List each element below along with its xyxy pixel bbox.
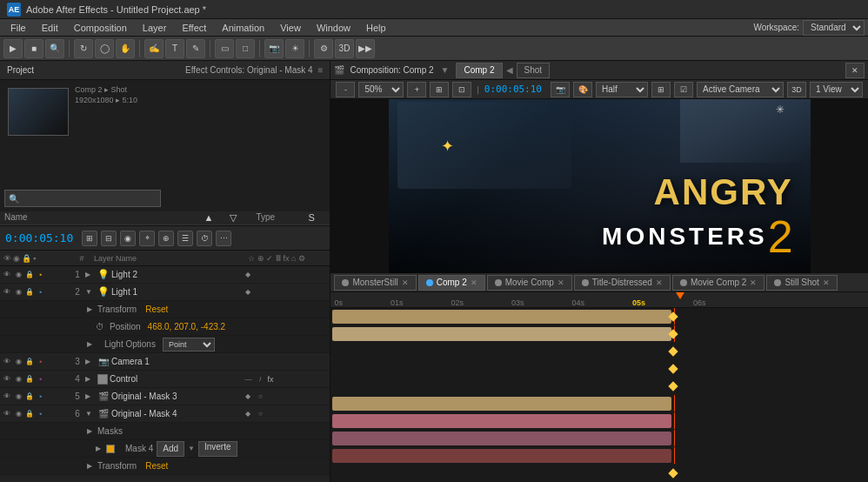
light-options-expand[interactable]: ▶ [87, 340, 92, 348]
effect-controls-tab[interactable]: Effect Controls: Original - Mask 4 [185, 65, 313, 75]
3d-view-btn[interactable]: 3D [787, 82, 806, 97]
comp-image[interactable]: ✦ ✳ ANGRY MONSTERS 2 [389, 99, 811, 273]
tl-comment-btn[interactable]: ☰ [177, 231, 193, 246]
transform-reset[interactable]: Reset [145, 305, 168, 314]
lock-sw-4[interactable]: 🔒 [24, 374, 35, 385]
solo-sw-3[interactable]: ◉ [13, 357, 23, 367]
solo-sw-6[interactable]: ◉ [13, 409, 23, 419]
label-sw-5[interactable]: ▪ [36, 392, 46, 402]
tl-tab-moviecomp2[interactable]: Movie Comp 2 ✕ [672, 275, 765, 291]
light-options-type[interactable]: Point Spot Ambient [163, 338, 215, 351]
eye-sw-3[interactable]: 👁 [2, 357, 12, 367]
layer-3-expand[interactable]: ▶ [85, 358, 96, 365]
quality-select[interactable]: Half Full Quarter [596, 82, 648, 97]
mask-invert-btn[interactable]: Inverte [198, 441, 237, 457]
add-dropdown[interactable]: ▼ [188, 445, 195, 452]
mask-add-btn[interactable]: Add [157, 441, 184, 457]
project-tab-label[interactable]: Project [7, 65, 34, 75]
menu-effect[interactable]: Effect [175, 21, 213, 35]
toolbar-select-btn[interactable]: ▶ [3, 39, 23, 58]
layer-row-5[interactable]: 👁 ◉ 🔒 ▪ 5 ▶ 🎬 Original - Mask 3 ◆ ○ [0, 388, 330, 405]
eye-sw-6[interactable]: 👁 [2, 409, 12, 419]
lock-sw-5[interactable]: 🔒 [24, 392, 35, 402]
eye-sw-4[interactable]: 👁 [2, 374, 12, 385]
layer-row-3[interactable]: 👁 ◉ 🔒 ▪ 3 ▶ 📷 Camera 1 [0, 353, 330, 371]
toolbar-mask-btn[interactable]: □ [236, 39, 255, 58]
tl-duration-btn[interactable]: ⏱ [197, 231, 212, 246]
lc-5-1[interactable]: ◆ [243, 392, 253, 402]
menu-layer[interactable]: Layer [136, 21, 174, 35]
toolbar-zoom-btn[interactable]: 🔍 [45, 39, 64, 58]
menu-file[interactable]: File [3, 21, 33, 35]
keyframe-mask1[interactable] [669, 468, 678, 478]
lc-5-2[interactable]: ○ [255, 392, 265, 402]
label-sw-4[interactable]: ▪ [36, 374, 46, 385]
label-sw-3[interactable]: ▪ [36, 357, 46, 367]
label-sw-6[interactable]: ▪ [36, 409, 46, 419]
toolbar-3d-btn[interactable]: 3D [335, 39, 354, 58]
tab-close-6[interactable]: ✕ [823, 278, 830, 287]
tab-close-5[interactable]: ✕ [750, 278, 757, 287]
lock-sw-6[interactable]: 🔒 [24, 409, 35, 419]
solo-sw-5[interactable]: ◉ [13, 392, 23, 402]
layer-6-expand[interactable]: ▼ [85, 410, 96, 418]
layer-row-1[interactable]: 👁 ◉ 🔒 ▪ 1 ▶ 💡 Light 2 ◆ [0, 266, 330, 284]
position-value[interactable]: 468.0, 207.0, -423.2 [141, 322, 226, 331]
solo-sw-1[interactable]: ◉ [13, 270, 23, 280]
toolbar-snap-btn[interactable]: ⚙ [314, 39, 333, 58]
toggle-transparency-btn[interactable]: ☑ [674, 82, 693, 97]
eye-sw-1[interactable]: 👁 [2, 270, 12, 280]
layer-row-4[interactable]: 👁 ◉ 🔒 ▪ 4 ▶ Control — / fx [0, 371, 330, 388]
keyframe-sub1[interactable] [669, 346, 678, 356]
lc-1-1[interactable]: ◆ [243, 270, 253, 280]
menu-animation[interactable]: Animation [215, 21, 271, 35]
lock-sw-2[interactable]: 🔒 [24, 287, 35, 298]
comp-tab-comp2[interactable]: Comp 2 [456, 63, 502, 78]
zoom-out-btn[interactable]: - [336, 82, 355, 97]
tab-close-4[interactable]: ✕ [656, 278, 663, 287]
layer-2-expand[interactable]: ▼ [85, 288, 96, 296]
toolbar-move-btn[interactable]: ■ [24, 39, 43, 58]
tl-tab-stillshot[interactable]: Still Shot ✕ [766, 275, 837, 291]
layer-1-expand[interactable]: ▶ [85, 271, 96, 278]
menu-help[interactable]: Help [359, 21, 393, 35]
lock-sw-1[interactable]: 🔒 [24, 270, 35, 280]
keyframe-sub3[interactable] [669, 381, 678, 391]
toolbar-camera-btn[interactable]: 📷 [264, 39, 284, 58]
workspace-select[interactable]: Standard [803, 20, 865, 36]
toolbar-shape-btn[interactable]: ▭ [215, 39, 234, 58]
lock-sw-3[interactable]: 🔒 [24, 357, 35, 367]
snapshot-btn[interactable]: 📷 [551, 82, 570, 97]
camera-select[interactable]: Active Camera Camera 1 [697, 82, 784, 97]
zoom-select[interactable]: 50% 100% 25% [358, 82, 404, 97]
lc-4-1[interactable]: — [243, 374, 253, 385]
menu-edit[interactable]: Edit [35, 21, 65, 35]
label-sw-1[interactable]: ▪ [36, 270, 46, 280]
tab-close-2[interactable]: ✕ [471, 278, 477, 287]
color-btn[interactable]: 🎨 [573, 82, 592, 97]
toolbar-preview-btn[interactable]: ▶▶ [356, 39, 375, 58]
fit-btn[interactable]: ⊞ [430, 82, 449, 97]
tl-expand-all-btn[interactable]: ⊞ [82, 231, 97, 246]
lc-6-2[interactable]: ○ [255, 409, 265, 419]
layer-row-6[interactable]: 👁 ◉ 🔒 ▪ 6 ▼ 🎬 Original - Mask 4 ◆ ○ [0, 405, 330, 423]
tl-lock-btn[interactable]: ⊕ [158, 231, 174, 246]
toolbar-brush-btn[interactable]: ✎ [186, 39, 205, 58]
zoom-in-btn[interactable]: + [407, 82, 426, 97]
mask4-expand[interactable]: ▶ [96, 445, 101, 452]
position-stopwatch[interactable]: ⏱ [96, 322, 104, 331]
tl-tab-monsterstill[interactable]: MonsterStill ✕ [334, 275, 416, 291]
solo-sw-2[interactable]: ◉ [13, 287, 23, 298]
layer-5-expand[interactable]: ▶ [85, 392, 96, 400]
lc-2-1[interactable]: ◆ [243, 287, 253, 298]
toolbar-orbit-btn[interactable]: ◯ [95, 39, 114, 58]
tl-tab-comp2[interactable]: Comp 2 ✕ [418, 275, 485, 291]
label-sw-2[interactable]: ▪ [36, 287, 46, 298]
project-search-input[interactable] [4, 190, 161, 207]
comp-tab-shot[interactable]: Shot [517, 63, 551, 78]
tl-tab-title-distressed[interactable]: Title-Distressed ✕ [574, 275, 671, 291]
lc-6-1[interactable]: ◆ [243, 409, 253, 419]
layer-4-expand[interactable]: ▶ [85, 375, 96, 383]
lc-4-2[interactable]: / [255, 374, 265, 385]
comp-close-btn[interactable]: ✕ [845, 63, 865, 78]
